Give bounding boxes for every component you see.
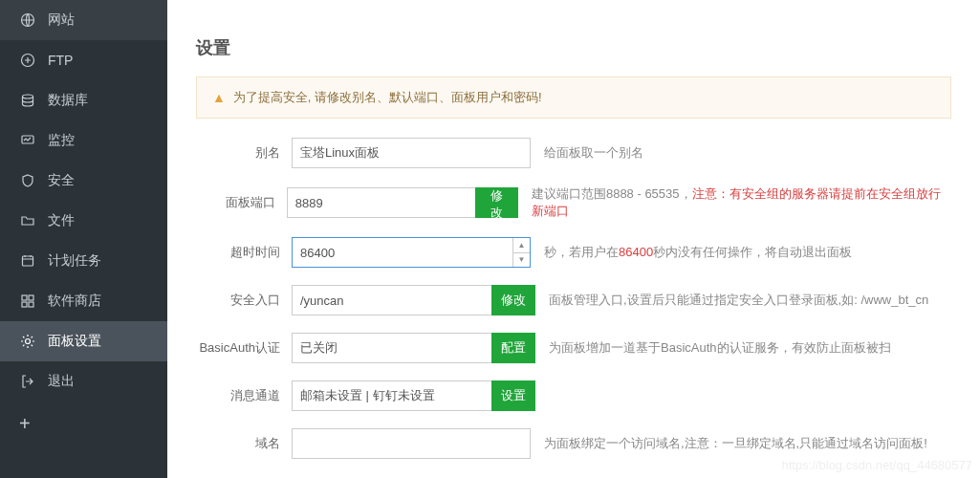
row-domain: 域名 为面板绑定一个访问域名,注意：一旦绑定域名,只能通过域名访问面板! [196, 428, 951, 459]
domain-input[interactable] [292, 428, 531, 459]
row-port: 面板端口 修改 建议端口范围8888 - 65535，注意：有安全组的服务器请提… [196, 185, 951, 220]
sidebar-item-website[interactable]: 网站 [0, 0, 167, 40]
sidebar-item-database[interactable]: 数据库 [0, 80, 167, 120]
monitor-icon [19, 132, 36, 149]
sidebar-item-monitor[interactable]: 监控 [0, 120, 167, 161]
sidebar-item-label: 面板设置 [48, 333, 101, 350]
svg-rect-3 [22, 136, 33, 143]
alert-text: 为了提高安全, 请修改别名、默认端口、面板用户和密码! [233, 89, 542, 106]
sidebar-add-button[interactable]: + [0, 402, 167, 446]
message-set-button[interactable]: 设置 [491, 380, 535, 411]
row-basicauth: BasicAuth认证 配置 为面板增加一道基于BasicAuth的认证服务，有… [196, 333, 951, 363]
sidebar-item-label: 网站 [48, 11, 75, 29]
entry-input[interactable] [292, 285, 492, 315]
svg-rect-7 [22, 302, 27, 307]
timeout-input[interactable] [292, 237, 531, 268]
timeout-help: 秒，若用户在86400秒内没有任何操作，将自动退出面板 [544, 244, 852, 261]
grid-icon [19, 293, 36, 310]
sidebar-item-label: 软件商店 [48, 293, 101, 310]
shield-icon [19, 172, 36, 189]
svg-rect-5 [22, 295, 27, 300]
alias-input[interactable] [292, 138, 531, 168]
globe-icon [19, 11, 36, 29]
domain-label: 域名 [196, 435, 292, 452]
alias-label: 别名 [196, 144, 292, 162]
port-input[interactable] [287, 187, 477, 218]
security-alert: ▲ 为了提高安全, 请修改别名、默认端口、面板用户和密码! [196, 76, 951, 119]
message-label: 消息通道 [196, 387, 292, 404]
sidebar-item-label: 监控 [48, 132, 75, 149]
row-entry: 安全入口 修改 面板管理入口,设置后只能通过指定安全入口登录面板,如: /www… [196, 285, 951, 315]
section-title: 设置 [167, 17, 980, 76]
sidebar-item-panel-settings[interactable]: 面板设置 [0, 321, 167, 361]
message-input[interactable] [292, 380, 492, 411]
sidebar-item-logout[interactable]: 退出 [0, 361, 167, 402]
entry-label: 安全入口 [196, 292, 292, 309]
port-label: 面板端口 [196, 194, 287, 211]
timeout-label: 超时时间 [196, 244, 292, 261]
sidebar-item-security[interactable]: 安全 [0, 161, 167, 201]
sidebar-item-files[interactable]: 文件 [0, 201, 167, 241]
svg-point-9 [26, 339, 31, 344]
port-help: 建议端口范围8888 - 65535，注意：有安全组的服务器请提前在安全组放行新… [532, 185, 951, 220]
svg-point-2 [23, 95, 33, 98]
logout-icon [19, 373, 36, 390]
settings-form: 别名 给面板取一个别名 面板端口 修改 建议端口范围8888 - 65535，注… [167, 138, 980, 459]
entry-help: 面板管理入口,设置后只能通过指定安全入口登录面板,如: /www_bt_cn [549, 292, 928, 309]
svg-rect-6 [29, 295, 33, 300]
row-message: 消息通道 设置 [196, 380, 951, 411]
sidebar-item-label: 文件 [48, 212, 75, 229]
basicauth-label: BasicAuth认证 [196, 339, 292, 357]
alias-help: 给面板取一个别名 [544, 144, 643, 162]
sidebar-item-software[interactable]: 软件商店 [0, 281, 167, 321]
gear-icon [19, 333, 36, 350]
calendar-icon [19, 252, 36, 270]
database-icon [19, 92, 36, 109]
timeout-spinner[interactable]: ▲▼ [512, 238, 530, 267]
basicauth-config-button[interactable]: 配置 [491, 333, 535, 363]
folder-icon [19, 212, 36, 229]
main-content: 设置 ▲ 为了提高安全, 请修改别名、默认端口、面板用户和密码! 别名 给面板取… [167, 0, 980, 478]
sidebar-item-label: 数据库 [48, 92, 88, 109]
sidebar-item-label: FTP [48, 53, 73, 68]
ftp-icon [19, 52, 36, 69]
svg-rect-4 [23, 256, 33, 266]
entry-modify-button[interactable]: 修改 [491, 285, 535, 315]
row-alias: 别名 给面板取一个别名 [196, 138, 951, 168]
sidebar-item-label: 安全 [48, 172, 75, 189]
top-toggle-strip [167, 0, 980, 17]
row-timeout: 超时时间 ▲▼ 秒，若用户在86400秒内没有任何操作，将自动退出面板 [196, 237, 951, 268]
basicauth-input[interactable] [292, 333, 492, 363]
domain-help: 为面板绑定一个访问域名,注意：一旦绑定域名,只能通过域名访问面板! [544, 435, 927, 452]
spinner-down-icon: ▼ [513, 253, 530, 268]
sidebar: 网站 FTP 数据库 监控 安全 文件 计划任务 软件商店 [0, 0, 167, 478]
sidebar-item-ftp[interactable]: FTP [0, 40, 167, 80]
port-modify-button[interactable]: 修改 [475, 187, 517, 218]
spinner-up-icon: ▲ [513, 238, 530, 253]
warning-icon: ▲ [212, 90, 226, 105]
sidebar-item-label: 退出 [48, 373, 75, 390]
svg-rect-8 [29, 302, 33, 307]
sidebar-item-label: 计划任务 [48, 252, 101, 270]
basicauth-help: 为面板增加一道基于BasicAuth的认证服务，有效防止面板被扫 [549, 339, 891, 357]
sidebar-item-cron[interactable]: 计划任务 [0, 241, 167, 281]
